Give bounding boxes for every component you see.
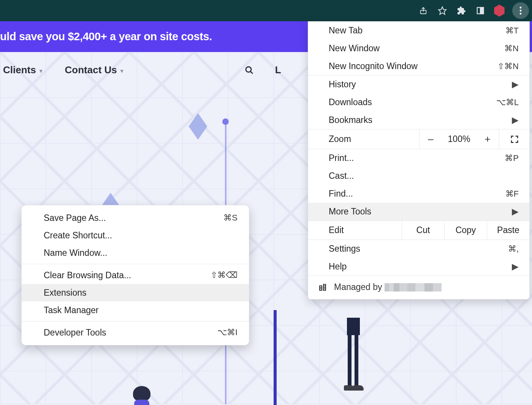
fullscreen-icon xyxy=(510,135,519,143)
nav-partial[interactable]: L xyxy=(275,64,281,76)
submenu-developer-tools[interactable]: Developer Tools ⌥⌘I xyxy=(22,324,249,341)
menu-print[interactable]: Print... ⌘P xyxy=(308,149,529,167)
menu-new-window[interactable]: New Window ⌘N xyxy=(308,39,529,57)
chevron-right-icon: ▶ xyxy=(512,206,519,217)
menu-downloads[interactable]: Downloads ⌥⌘L xyxy=(308,93,529,111)
menu-shortcut: ⌥⌘L xyxy=(496,98,519,107)
illustration-person xyxy=(340,318,367,394)
submenu-divider xyxy=(22,321,249,321)
menu-edit-row: Edit Cut Copy Paste xyxy=(308,221,529,240)
menu-label: New Incognito Window xyxy=(329,61,418,71)
edit-cut-button[interactable]: Cut xyxy=(402,221,444,240)
menu-settings[interactable]: Settings ⌘, xyxy=(308,240,529,258)
search-icon xyxy=(245,66,254,75)
edit-copy-button[interactable]: Copy xyxy=(444,221,487,240)
menu-zoom: Zoom – 100% + xyxy=(308,129,529,149)
menu-label: Find... xyxy=(329,189,353,199)
submenu-label: Extensions xyxy=(44,288,87,298)
edit-paste-button[interactable]: Paste xyxy=(487,221,529,240)
decoration xyxy=(189,113,207,140)
submenu-name-window[interactable]: Name Window... xyxy=(22,244,249,262)
menu-label: History xyxy=(329,79,356,90)
submenu-divider xyxy=(22,264,249,264)
menu-more-tools[interactable]: More Tools ▶ xyxy=(308,203,529,221)
menu-label: Print... xyxy=(329,153,354,163)
extensions-icon[interactable] xyxy=(455,5,467,17)
nav-contact-label: Contact Us xyxy=(65,64,117,76)
menu-label: Settings xyxy=(329,244,360,254)
submenu-extensions[interactable]: Extensions xyxy=(22,284,249,301)
submenu-clear-browsing[interactable]: Clear Browsing Data... ⇧⌘⌫ xyxy=(22,266,249,284)
menu-shortcut: ⌘T xyxy=(505,26,519,36)
menu-label: New Tab xyxy=(329,25,363,36)
svg-rect-3 xyxy=(480,8,483,14)
chevron-right-icon: ▶ xyxy=(512,115,519,125)
chevron-down-icon: ▼ xyxy=(119,68,125,74)
menu-label: Edit xyxy=(308,225,402,235)
svg-point-7 xyxy=(246,67,251,72)
menu-find[interactable]: Find... ⌘F xyxy=(308,185,529,203)
submenu-shortcut: ⌥⌘I xyxy=(217,328,238,337)
building-icon xyxy=(318,283,327,292)
chevron-right-icon: ▶ xyxy=(512,262,519,272)
managed-org-redacted xyxy=(385,283,442,292)
menu-shortcut: ⌘N xyxy=(504,44,519,54)
menu-bookmarks[interactable]: Bookmarks ▶ xyxy=(308,111,529,129)
submenu-label: Name Window... xyxy=(44,248,107,258)
submenu-shortcut: ⇧⌘⌫ xyxy=(211,270,238,280)
zoom-in-button[interactable]: + xyxy=(476,129,499,149)
submenu-save-page[interactable]: Save Page As... ⌘S xyxy=(22,209,249,227)
menu-new-incognito[interactable]: New Incognito Window ⇧⌘N xyxy=(308,57,529,75)
menu-label: Cast... xyxy=(329,171,354,181)
promo-banner-text: uld save you $2,400+ a year on site cost… xyxy=(0,30,212,43)
submenu-label: Create Shortcut... xyxy=(44,230,112,241)
more-menu-button[interactable] xyxy=(512,2,529,19)
nav-partial-label: L xyxy=(275,64,281,76)
nav-clients-label: Clients xyxy=(3,64,36,76)
chevron-right-icon: ▶ xyxy=(512,79,519,90)
share-icon[interactable] xyxy=(417,5,429,17)
chrome-menu: New Tab ⌘T New Window ⌘N New Incognito W… xyxy=(308,21,530,299)
browser-toolbar xyxy=(0,0,532,21)
menu-managed-by[interactable]: Managed by xyxy=(308,276,529,299)
menu-shortcut: ⌘F xyxy=(505,189,519,199)
submenu-label: Developer Tools xyxy=(44,328,106,338)
nav-clients[interactable]: Clients ▼ xyxy=(3,64,44,76)
menu-new-tab[interactable]: New Tab ⌘T xyxy=(308,22,529,39)
menu-help[interactable]: Help ▶ xyxy=(308,258,529,276)
submenu-shortcut: ⌘S xyxy=(223,213,238,223)
fullscreen-button[interactable] xyxy=(499,129,529,149)
profile-avatar[interactable] xyxy=(493,5,505,17)
menu-label: Help xyxy=(329,262,347,272)
submenu-label: Save Page As... xyxy=(44,213,106,223)
svg-point-4 xyxy=(520,7,522,9)
submenu-label: Task Manager xyxy=(44,305,98,315)
menu-history[interactable]: History ▶ xyxy=(308,76,529,93)
submenu-label: Clear Browsing Data... xyxy=(44,270,131,281)
nav-contact[interactable]: Contact Us ▼ xyxy=(65,64,125,76)
menu-label: More Tools xyxy=(329,206,371,217)
zoom-out-button[interactable]: – xyxy=(419,129,442,149)
nav-search[interactable] xyxy=(245,66,254,75)
menu-shortcut: ⌘P xyxy=(505,153,519,163)
svg-point-6 xyxy=(520,13,522,15)
menu-label: Bookmarks xyxy=(329,115,372,125)
menu-cast[interactable]: Cast... xyxy=(308,167,529,185)
menu-shortcut: ⌘, xyxy=(508,244,519,254)
menu-label: Zoom xyxy=(308,134,419,144)
menu-label: Downloads xyxy=(329,97,372,107)
menu-shortcut: ⇧⌘N xyxy=(497,61,519,71)
svg-point-5 xyxy=(520,10,522,12)
managed-prefix: Managed by xyxy=(334,282,382,292)
panel-icon[interactable] xyxy=(474,5,486,17)
star-icon[interactable] xyxy=(436,5,448,17)
chevron-down-icon: ▼ xyxy=(38,68,44,74)
svg-marker-1 xyxy=(439,7,446,14)
submenu-task-manager[interactable]: Task Manager xyxy=(22,301,249,319)
menu-label: New Window xyxy=(329,43,380,54)
svg-line-8 xyxy=(250,71,253,74)
zoom-value: 100% xyxy=(442,134,476,144)
more-tools-submenu: Save Page As... ⌘S Create Shortcut... Na… xyxy=(21,205,249,345)
illustration-person xyxy=(133,386,150,405)
submenu-create-shortcut[interactable]: Create Shortcut... xyxy=(22,227,249,244)
